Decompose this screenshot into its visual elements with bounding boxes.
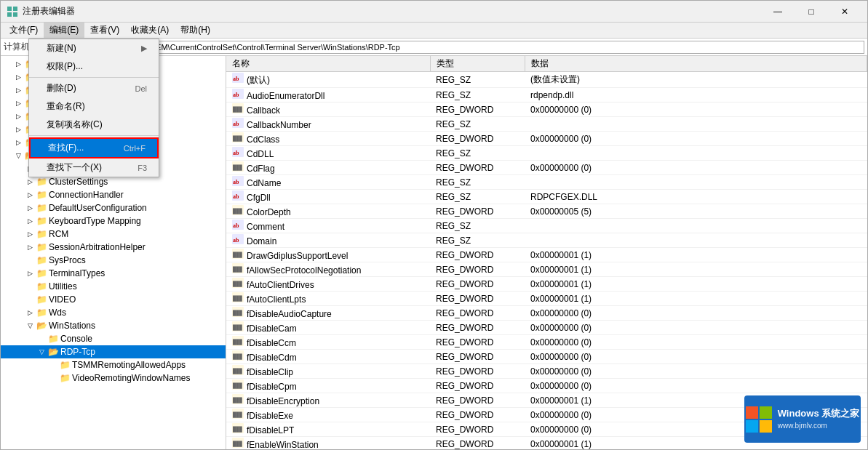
svg-rect-0 [7,7,12,11]
reg-bin-icon: ███ [232,321,244,332]
tree-item-console[interactable]: 📁 Console [1,332,226,345]
table-row[interactable]: abCallbackNumberREG_SZ [226,117,867,132]
reg-name: CdName [247,178,281,188]
table-row[interactable]: ███fDisableCamREG_DWORD0x00000000 (0) [226,321,867,335]
tree-toggle: ▷ [24,241,36,253]
folder-icon: 📂 [36,320,47,332]
table-row[interactable]: ███fDisableCpmREG_DWORD0x00000000 (0) [226,379,867,393]
svg-text:███: ███ [232,411,242,418]
svg-rect-1 [13,7,17,11]
table-row[interactable]: ███fAutoClientLptsREG_DWORD0x00000001 (1… [226,292,867,306]
table-row[interactable]: abDomainREG_SZ [226,233,867,248]
tree-item-sessionarb[interactable]: ▷ 📁 SessionArbitrationHelper [1,241,226,254]
reg-data-cell: 0x00000000 (0) [525,103,867,117]
folder-icon: 📁 [36,294,47,305]
tree-item-video[interactable]: 📁 VIDEO [1,293,226,306]
menu-file[interactable]: 文件(F) [4,23,44,39]
menu-delete[interactable]: 删除(D) Del [29,79,159,97]
reg-type-cell: REG_DWORD [430,277,525,292]
reg-bin-icon: ███ [232,336,244,346]
menu-rename[interactable]: 重命名(R) [29,97,159,116]
table-row[interactable]: ███CallbackREG_DWORD0x00000000 (0) [226,103,867,117]
win-tile-green [760,406,772,419]
reg-type-cell: REG_DWORD [430,379,525,393]
menu-find-next[interactable]: 查找下一个(X) F3 [29,158,159,177]
tree-toggle [24,294,36,305]
reg-type-cell: REG_SZ [430,146,525,161]
tree-item-terminaltypes[interactable]: ▷ 📁 TerminalTypes [1,267,226,280]
table-row[interactable]: abCdDLLREG_SZ [226,146,867,161]
reg-data-cell: (数值未设置) [525,72,867,88]
reg-name-cell: ███fDisableClip [226,364,430,379]
menu-view[interactable]: 查看(V) [84,23,125,39]
tree-item-winstations[interactable]: ▽ 📂 WinStations [1,319,226,332]
tree-item-sysprocs[interactable]: 📁 SysProcs [1,254,226,267]
reg-type-cell: REG_SZ [430,72,525,88]
table-row[interactable]: ███DrawGdiplusSupportLevelREG_DWORD0x000… [226,248,867,262]
reg-name: fDisableEncryption [247,396,319,406]
table-row[interactable]: ███fDisableCdmREG_DWORD0x00000000 (0) [226,350,867,364]
menu-help[interactable]: 帮助(H) [175,23,216,39]
maximize-button[interactable]: □ [795,1,828,23]
reg-bin-icon: ███ [232,365,244,375]
table-row[interactable]: ███fAllowSecProtocolNegotiationREG_DWORD… [226,262,867,277]
minimize-button[interactable]: — [761,1,795,23]
tree-toggle [47,372,59,384]
reg-type-cell: REG_DWORD [430,422,525,437]
table-row[interactable]: ███fAutoClientDrivesREG_DWORD0x00000001 … [226,277,867,292]
tree-label: RCM [49,229,68,239]
reg-bin-icon: ███ [232,205,244,215]
reg-data-cell: 0x00000001 (1) [525,262,867,277]
reg-bin-icon: ███ [232,278,244,288]
svg-text:███: ███ [232,441,242,447]
table-row[interactable]: ███fDisableAudioCaptureREG_DWORD0x000000… [226,306,867,321]
svg-text:███: ███ [232,164,242,171]
table-row[interactable]: abCfgDllREG_SZRDPCFGEX.DLL [226,190,867,204]
table-row[interactable]: abCommentREG_SZ [226,219,867,233]
table-row[interactable]: ███ColorDepthREG_DWORD0x00000005 (5) [226,204,867,219]
table-row[interactable]: abCdNameREG_SZ [226,175,867,190]
menu-find[interactable]: 查找(F)... Ctrl+F [29,137,159,158]
tree-item-rcm[interactable]: ▷ 📁 RCM [1,228,226,241]
tree-item-rdp-tcp[interactable]: ▽ 📂 RDP-Tcp [1,345,226,358]
reg-data-cell [525,146,867,161]
tree-label: SysProcs [49,255,86,265]
reg-type-cell: REG_DWORD [430,393,525,408]
tree-item-wds[interactable]: ▷ 📁 Wds [1,306,226,319]
menu-permissions[interactable]: 权限(P)... [29,57,159,76]
tree-item-videoremote[interactable]: 📁 VideoRemotingWindowNames [1,371,226,385]
reg-name: fEnableWinStation [247,440,319,449]
menu-new[interactable]: 新建(N) ▶ [29,39,159,57]
tree-label: VideoRemotingWindowNames [72,373,191,383]
table-row[interactable]: ███CdClassREG_DWORD0x00000000 (0) [226,132,867,146]
tree-item-keyboard[interactable]: ▷ 📁 KeyboardType Mapping [1,214,226,228]
tree-label: ClusterSettings [49,177,108,187]
reg-ab-icon: ab [232,220,244,230]
reg-type-cell: REG_SZ [430,175,525,190]
table-row[interactable]: ███CdFlagREG_DWORD0x00000000 (0) [226,161,867,175]
reg-data-cell: 0x00000000 (0) [525,379,867,393]
tree-item-connhandler[interactable]: ▷ 📁 ConnectionHandler [1,188,226,201]
menu-copy-key[interactable]: 复制项名称(C) [29,116,159,134]
reg-bin-icon: ███ [232,394,244,404]
tree-label: DefaultUserConfiguration [49,203,147,213]
tree-item-defaultuser[interactable]: ▷ 📁 DefaultUserConfiguration [1,201,226,214]
reg-name-cell: ███fAutoClientDrives [226,277,430,292]
menu-edit[interactable]: 编辑(E) [44,23,84,39]
reg-type-cell: REG_DWORD [430,335,525,350]
table-row[interactable]: abAudioEnumeratorDllREG_SZrdpendp.dll [226,88,867,103]
title-bar-left: 注册表编辑器 [7,5,75,17]
table-row[interactable]: ab(默认)REG_SZ(数值未设置) [226,72,867,88]
address-input[interactable]: HKEY_LOCAL_MACHINE\SYSTEM\CurrentControl… [35,41,864,54]
tree-item-utilities[interactable]: 📁 Utilities [1,280,226,293]
table-row[interactable]: ███fDisableCcmREG_DWORD0x00000000 (0) [226,335,867,350]
table-row[interactable]: ███fDisableClipREG_DWORD0x00000000 (0) [226,364,867,379]
registry-panel[interactable]: 名称 类型 数据 ab(默认)REG_SZ(数值未设置)abAudioEnume… [226,56,867,449]
menu-favorites[interactable]: 收藏夹(A) [125,23,175,39]
main-window: 注册表编辑器 — □ ✕ 文件(F) 编辑(E) 查看(V) 收藏夹(A) 帮助… [0,0,868,450]
tree-toggle: ▷ [24,202,36,214]
reg-type-cell: REG_DWORD [430,350,525,364]
tree-item-tsmm[interactable]: 📁 TSMMRemotingAllowedApps [1,358,226,371]
close-button[interactable]: ✕ [828,1,861,23]
tree-toggle: ▷ [24,215,36,227]
